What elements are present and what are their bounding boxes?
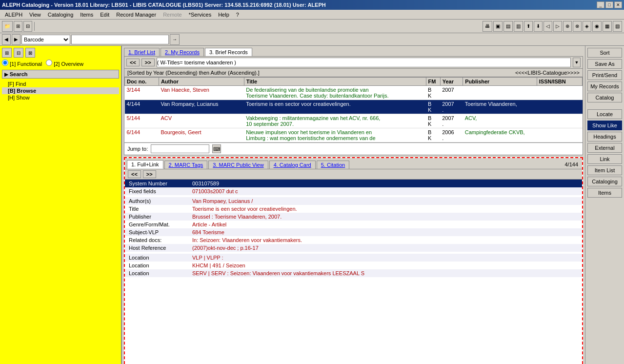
toolbar-right-3[interactable]: ▤ xyxy=(503,21,513,32)
menu-question[interactable]: ? xyxy=(233,11,242,19)
menu-record-manager[interactable]: Record Manager xyxy=(113,11,159,19)
table-row[interactable]: 6/144 Bourgeois, Geert Nieuwe impulsen v… xyxy=(125,128,583,142)
tab-marc-public[interactable]: 3. MARC Public View xyxy=(208,161,268,169)
search-nav-next[interactable]: ▶ xyxy=(12,34,20,45)
toolbar-btn-3[interactable]: ⊟ xyxy=(23,21,32,32)
results-table-wrapper: Doc no. Author Title FM Year Publisher I… xyxy=(124,77,583,142)
toolbar-right-9[interactable]: ⊕ xyxy=(563,21,572,32)
detail-prev-btn[interactable]: << xyxy=(128,170,141,178)
radio-overview-input[interactable] xyxy=(46,60,52,66)
menu-services[interactable]: *Services xyxy=(186,11,214,19)
link-button[interactable]: Link xyxy=(587,154,622,164)
sidebar-item-browse[interactable]: [B] Browse xyxy=(2,87,119,94)
table-row: Author(s) Van Rompaey, Lucianus / xyxy=(125,197,582,205)
toolbar-right-8[interactable]: ▷ xyxy=(553,21,562,32)
item-list-button[interactable]: Item List xyxy=(587,165,622,175)
toolbar-right-12[interactable]: ◉ xyxy=(592,21,602,32)
maximize-button[interactable]: □ xyxy=(605,1,613,8)
close-button[interactable]: ✕ xyxy=(614,1,622,8)
radio-functional[interactable]: [1] Functional xyxy=(2,60,42,67)
fm-4: BK xyxy=(428,129,431,141)
search-input[interactable] xyxy=(71,35,169,44)
jump-go-button[interactable]: ⌨ xyxy=(212,144,221,153)
tab-marc-public-label: 3. MARC Public View xyxy=(213,162,263,168)
tab-citation[interactable]: 5. Citation xyxy=(317,161,350,169)
toolbar-right-14[interactable]: ▧ xyxy=(613,21,622,32)
doc-link-2[interactable]: 4/144 xyxy=(127,101,141,107)
sort-button[interactable]: Sort xyxy=(587,48,622,58)
external-button[interactable]: External xyxy=(587,143,622,153)
combo-dropdown-btn[interactable]: ▼ xyxy=(573,58,581,67)
my-records-button[interactable]: My Records xyxy=(587,81,622,91)
doc-link-4[interactable]: 6/144 xyxy=(127,129,141,135)
right-sidebar-spacer xyxy=(587,104,622,108)
publisher-2: Toerisme Vlaanderen, xyxy=(465,101,517,107)
search-nav-prev[interactable]: ◀ xyxy=(2,34,11,45)
sidebar-icon-2[interactable]: ⊟ xyxy=(14,48,23,58)
sidebar-item-find[interactable]: [F] Find xyxy=(2,81,119,87)
toolbar-right-4[interactable]: ▥ xyxy=(514,21,523,32)
table-row[interactable]: 3/144 Van Haecke, Steven De federaliseri… xyxy=(125,86,583,100)
sidebar-item-show[interactable]: [H] Show xyxy=(2,94,119,101)
title-4: Nieuwe impulsen voor het toerisme in Vla… xyxy=(246,129,375,141)
catalog-info-text: <<<<LIBIS-Catalogue>>>> xyxy=(515,70,580,76)
publisher-3: ACV, xyxy=(465,115,477,121)
table-row[interactable]: 5/144 ACV Vakbeweging : militantenmagazi… xyxy=(125,114,583,128)
menu-help[interactable]: Help xyxy=(215,11,232,19)
toolbar-right-5[interactable]: ⬆ xyxy=(524,21,533,32)
detail-next-btn[interactable]: >> xyxy=(143,170,156,178)
tab-brief-list[interactable]: 1. Brief List xyxy=(124,48,160,56)
tab-marc-tags[interactable]: 2. MARC Tags xyxy=(164,161,208,169)
tab-full-link[interactable]: 1. Full+Link xyxy=(127,160,163,169)
results-next-btn[interactable]: >> xyxy=(141,59,155,66)
toolbar-btn-1[interactable]: 📁 xyxy=(2,21,13,32)
toolbar-right-10[interactable]: ⊗ xyxy=(573,21,582,32)
jump-input[interactable] xyxy=(151,144,209,153)
menu-bar: ALEPH View Cataloging Items Edit Record … xyxy=(0,10,624,20)
tab-catalog-card[interactable]: 4. Catalog Card xyxy=(269,161,316,169)
radio-functional-input[interactable] xyxy=(2,60,8,66)
sidebar-icon-1[interactable]: ⊞ xyxy=(2,48,12,58)
toolbar-right-1[interactable]: 🖶 xyxy=(483,21,492,32)
search-go-button[interactable]: → xyxy=(170,34,180,45)
toolbar-right-7[interactable]: ◁ xyxy=(543,21,552,32)
menu-view[interactable]: View xyxy=(26,11,44,19)
doc-link-3[interactable]: 5/144 xyxy=(127,115,141,121)
field-value-host: (2007)okt-nov-dec ; p.16-17 xyxy=(188,244,582,252)
sidebar-icon-3[interactable]: ⊠ xyxy=(25,48,35,58)
save-as-button[interactable]: Save As xyxy=(587,59,622,69)
menu-cataloging[interactable]: Cataloging xyxy=(45,11,77,19)
menu-edit[interactable]: Edit xyxy=(97,11,112,19)
toolbar-right-13[interactable]: ▦ xyxy=(603,21,612,32)
cataloging-button[interactable]: Cataloging xyxy=(587,177,622,186)
field-label-host: Host Reference xyxy=(125,244,188,252)
radio-overview[interactable]: [2] Overview xyxy=(46,60,83,67)
tab-my-records-label: 2. My Records xyxy=(165,49,200,55)
menu-items[interactable]: Items xyxy=(77,11,96,19)
menu-aleph[interactable]: ALEPH xyxy=(2,11,25,19)
print-send-button[interactable]: Print/Send xyxy=(587,70,622,80)
detail-counter: 4/144 xyxy=(564,162,580,167)
toolbar-btn-2[interactable]: ⊞ xyxy=(14,21,22,32)
toolbar-right-2[interactable]: ▣ xyxy=(493,21,503,32)
toolbar-right-11[interactable]: ◈ xyxy=(583,21,591,32)
search-type-dropdown[interactable]: Barcode xyxy=(21,35,70,44)
tab-brief-records[interactable]: 3. Brief Records xyxy=(205,48,252,56)
col-header-issn: ISSN/ISBN xyxy=(537,78,582,86)
doc-link-1[interactable]: 3/144 xyxy=(127,87,141,93)
results-search-combo[interactable] xyxy=(157,58,571,67)
toolbar-right-6[interactable]: ⬇ xyxy=(534,21,543,32)
tab-my-records[interactable]: 2. My Records xyxy=(161,48,204,56)
headings-button[interactable]: Headings xyxy=(587,132,622,142)
field-label-title: Title xyxy=(125,205,188,213)
show-like-button[interactable]: Show Like xyxy=(587,121,622,130)
sidebar: ⊞ ⊟ ⊠ [1] Functional [2] Overview ▶ Sear… xyxy=(0,46,122,364)
year-1: 2007 xyxy=(442,87,454,93)
results-table: Doc no. Author Title FM Year Publisher I… xyxy=(124,77,583,142)
locate-button[interactable]: Locate xyxy=(587,109,622,119)
results-prev-btn[interactable]: << xyxy=(126,59,140,66)
table-row[interactable]: 4/144 Van Rompaey, Lucianus Toerisme is … xyxy=(125,100,583,114)
items-button[interactable]: Items xyxy=(587,188,622,198)
minimize-button[interactable]: _ xyxy=(597,1,604,8)
catalog-button[interactable]: Catalog xyxy=(587,93,622,102)
